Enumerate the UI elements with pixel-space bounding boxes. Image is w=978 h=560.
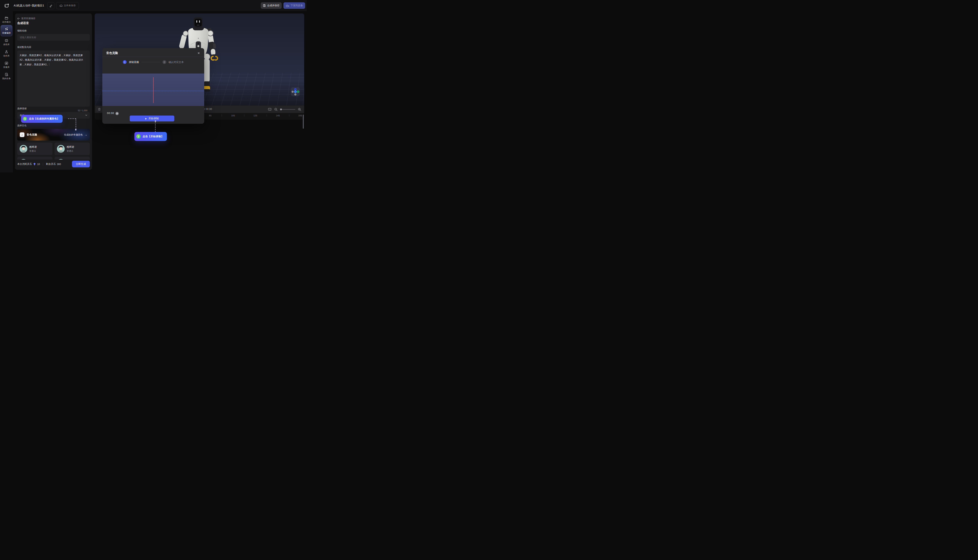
trash-icon xyxy=(98,108,101,111)
cost-row: 本次消耗灵石 10 剩余灵石 300 xyxy=(17,162,61,166)
robot-face-icon xyxy=(5,38,8,42)
ruler-label: 8S xyxy=(209,115,212,117)
sidebar-item-motion-mimic[interactable]: 动作模仿 xyxy=(0,15,13,25)
tip-1-badge: 1 xyxy=(23,117,27,121)
sidebar-item-motion-lib[interactable]: 动作库 xyxy=(0,48,13,59)
step-1-label: 录制音频 xyxy=(129,60,139,64)
pencil-icon xyxy=(49,4,52,7)
text-caret xyxy=(49,63,50,66)
timeline-scrollbar[interactable] xyxy=(303,115,304,129)
balance-value: 300 xyxy=(57,163,61,166)
clone-banner-title: 音色克隆 xyxy=(27,133,37,137)
sidebar-item-audio-lib[interactable]: 音频库 xyxy=(0,60,13,70)
waveform-panel xyxy=(102,73,204,106)
voice-lang: 普通话 xyxy=(29,150,37,153)
generate-button[interactable]: 立即生成 xyxy=(72,161,90,167)
project-title: A1机器人动作-我的项目1 xyxy=(14,4,44,7)
app-logo-icon xyxy=(4,3,9,8)
step-2-label: 确认对应文本 xyxy=(169,60,184,64)
sidebar-item-label: 动作模仿 xyxy=(2,21,11,23)
start-record-button[interactable]: ▶ 开始录制 xyxy=(130,115,174,122)
desc-label: 描述配音内容 xyxy=(17,45,31,49)
chevron-down-icon xyxy=(85,113,88,117)
file-status-chip[interactable]: 文件未保存 xyxy=(56,2,79,9)
header: A1机器人动作-我的项目1 文件未保存 xyxy=(0,0,307,11)
rename-button[interactable] xyxy=(47,2,54,9)
clone-banner-cta: 生成你的专属音色 xyxy=(64,133,83,137)
sparkles-icon xyxy=(5,27,8,31)
delete-clip-button[interactable] xyxy=(96,106,102,112)
step-2-badge: 2 xyxy=(162,60,166,64)
voice-label: 选择音色 xyxy=(17,124,27,127)
person-icon xyxy=(5,50,8,54)
voice-card[interactable]: 稚晖君 普通话 xyxy=(55,143,90,155)
save-button[interactable]: 合成并保存 xyxy=(261,2,282,9)
music-file-icon: ♪ xyxy=(20,132,25,137)
slider-handle[interactable] xyxy=(280,108,282,110)
close-icon[interactable]: ✕ xyxy=(197,51,201,56)
char-counter: 52 / 1,000 xyxy=(78,109,87,112)
task-list-icon xyxy=(5,73,8,77)
material-name-input[interactable] xyxy=(17,34,90,41)
sidebar-item-label: 音频编排 xyxy=(2,32,11,34)
back-link[interactable]: 返回音频编排 xyxy=(17,17,35,20)
ruler-label: 16S xyxy=(298,115,302,117)
app: A1机器人动作-我的项目1 文件未保存 xyxy=(0,0,307,172)
tip1-connector-v xyxy=(76,118,76,129)
cost-value: 10 xyxy=(37,163,40,166)
tip-1-text: 点击【生成你的专属音色】 xyxy=(29,117,60,120)
play-button[interactable] xyxy=(115,112,119,115)
guide-tip-1: 1 点击【生成你的专属音色】 xyxy=(21,115,63,123)
divider xyxy=(102,57,204,57)
voice-lang: 普通话 xyxy=(67,150,74,153)
start-record-label: 开始录制 xyxy=(149,117,159,120)
sidebar-item-label: 音频库 xyxy=(3,66,10,68)
ruler-tick xyxy=(244,114,244,117)
tip-2-text: 点击【开始录制】 xyxy=(143,135,164,138)
clapperboard-icon xyxy=(5,16,8,20)
step-indicator: 1 录制音频 2 确认对应文本 xyxy=(102,60,204,64)
sidebar-item-audio-arrange[interactable]: 音频编排 xyxy=(1,25,12,37)
voice-name: 稚晖君 xyxy=(29,145,37,149)
sidebar-item-label: 动作库 xyxy=(3,55,10,57)
voice-name: 稚晖君 xyxy=(67,145,74,149)
sidebar-item-expression-lib[interactable]: 表情库 xyxy=(0,37,13,48)
tip1-connector-dot xyxy=(75,129,77,130)
back-label: 返回音频编排 xyxy=(21,17,35,20)
deploy-label: 下发到设备 xyxy=(290,4,303,7)
gizmo-neg-z xyxy=(294,93,297,96)
avatar xyxy=(57,145,65,153)
svg-text:X: X xyxy=(297,91,299,93)
avatar xyxy=(20,145,27,153)
save-icon xyxy=(263,4,266,7)
voice-clone-banner[interactable]: ♪ 音色克隆 生成你的专属音色 → xyxy=(17,129,90,141)
zoom-out-icon[interactable] xyxy=(274,108,278,111)
timeline-zoom-controls xyxy=(268,106,301,112)
deploy-button[interactable]: 下发到设备 xyxy=(284,2,305,9)
svg-text:Y: Y xyxy=(295,91,296,93)
ruler-label: 10S xyxy=(231,115,235,117)
sidebar-item-label: 表情库 xyxy=(3,43,10,46)
cloud-icon xyxy=(59,4,63,7)
timeline-duration: / 00:30 xyxy=(204,108,212,110)
page-title: 合成语音 xyxy=(17,21,29,25)
tip1-connector-h xyxy=(68,118,76,119)
playhead[interactable] xyxy=(153,77,154,103)
ruler-label: 14S xyxy=(276,115,280,117)
save-label: 合成并保存 xyxy=(267,4,280,7)
fit-width-icon[interactable] xyxy=(268,107,272,111)
voice-card[interactable]: 稚晖君 普通话 xyxy=(17,143,52,155)
orientation-gizmo[interactable]: Z X Y xyxy=(291,87,300,96)
zoom-in-icon[interactable] xyxy=(298,108,301,111)
sidebar-item-my-tasks[interactable]: 我的任务 xyxy=(0,71,13,82)
ruler-label: 12S xyxy=(254,115,257,117)
timeline-zoom-slider[interactable] xyxy=(280,109,295,110)
arrow-right-icon: → xyxy=(85,133,87,136)
name-label: 编辑名称 xyxy=(17,29,27,32)
music-frame-icon xyxy=(5,61,8,65)
guide-tip-2: 2 点击【开始录制】 xyxy=(134,132,167,141)
voice-content-textarea[interactable]: 大家好，我是灵犀X2，很高兴认识大家，大家好，我是灵犀X2，很高兴认识大家，大家… xyxy=(17,50,90,107)
play-icon: ▶ xyxy=(145,118,147,120)
tip-2-badge: 2 xyxy=(136,134,141,138)
gizmo-neg-x xyxy=(292,91,294,93)
